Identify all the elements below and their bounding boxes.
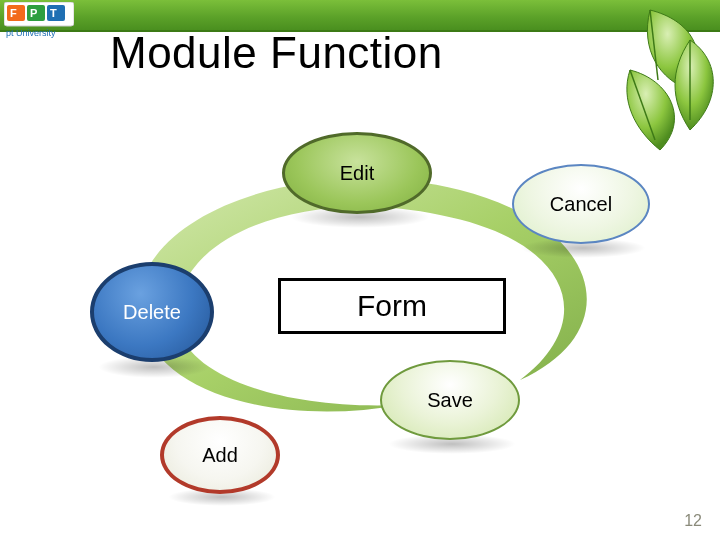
save-node: Save [380,360,520,440]
edit-label: Edit [340,162,374,185]
diagram-stage: Form Edit Cancel Delete Save Add [60,120,660,480]
add-label: Add [202,444,238,467]
page-title: Module Function [110,28,610,78]
cancel-node: Cancel [512,164,650,244]
svg-text:F: F [10,7,17,19]
add-node: Add [160,416,280,494]
delete-node: Delete [90,262,214,362]
delete-label: Delete [123,301,181,324]
logo-subtext: pt University [6,28,56,38]
form-box: Form [278,278,506,334]
edit-node: Edit [282,132,432,214]
svg-text:P: P [30,7,37,19]
svg-text:T: T [50,7,57,19]
cancel-label: Cancel [550,193,612,216]
fpt-university-logo: F P T pt University [4,2,74,42]
page-number: 12 [684,512,702,530]
save-label: Save [427,389,473,412]
form-label: Form [357,289,427,323]
